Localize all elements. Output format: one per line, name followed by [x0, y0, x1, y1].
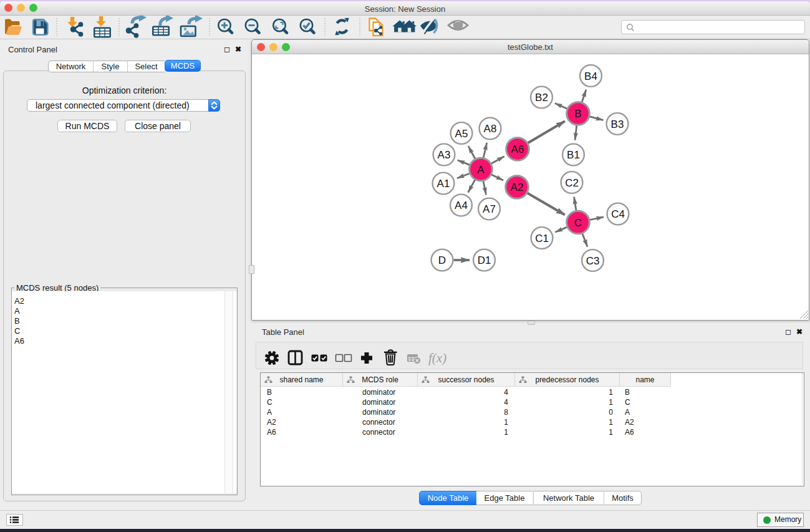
svg-text:C: C: [574, 217, 582, 229]
svg-text:C4: C4: [611, 208, 625, 220]
svg-text:A2: A2: [511, 181, 524, 193]
svg-text:C3: C3: [586, 255, 600, 267]
svg-text:D: D: [438, 254, 446, 266]
svg-text:A8: A8: [484, 123, 497, 135]
svg-text:B: B: [574, 108, 581, 120]
svg-text:D1: D1: [478, 254, 491, 266]
svg-text:f(x): f(x): [428, 351, 446, 365]
svg-text:B4: B4: [584, 70, 597, 82]
svg-text:A6: A6: [511, 143, 524, 155]
svg-text:B2: B2: [535, 92, 548, 104]
svg-text:A: A: [477, 164, 485, 176]
svg-text:A5: A5: [455, 128, 468, 140]
svg-text:B1: B1: [567, 149, 580, 161]
svg-text:A1: A1: [437, 178, 450, 190]
svg-text:C1: C1: [535, 233, 549, 244]
svg-text:A7: A7: [483, 203, 496, 215]
svg-text:B3: B3: [611, 118, 624, 130]
svg-text:C2: C2: [565, 177, 579, 189]
svg-text:A3: A3: [438, 149, 451, 161]
svg-text:A4: A4: [455, 200, 468, 211]
